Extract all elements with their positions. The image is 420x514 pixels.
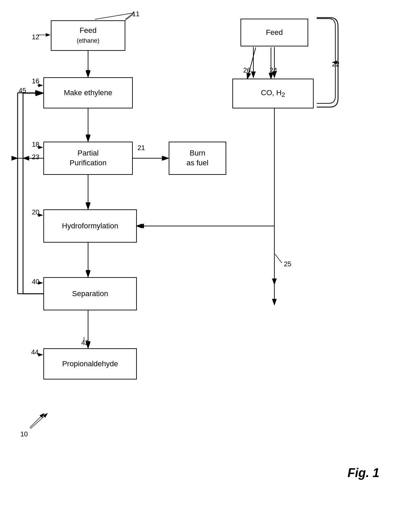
box-co-h2: CO, H2 — [232, 79, 314, 108]
svg-line-48 — [275, 254, 282, 263]
label-44: 44 — [31, 348, 39, 356]
separation-label: Separation — [72, 289, 108, 299]
fig-label: Fig. 1 — [348, 466, 379, 480]
box-partial-purification: PartialPurification — [43, 142, 133, 175]
label-42: 42 — [81, 339, 89, 347]
diagram-container: Feed(ethane) Make ethylene PartialPurifi… — [0, 0, 420, 514]
label-18: 18 — [32, 141, 39, 148]
propionaldehyde-label: Propionaldehyde — [62, 359, 118, 369]
box-feed-ethane: Feed(ethane) — [51, 20, 125, 51]
burn-as-fuel-label: Burnas fuel — [187, 148, 209, 168]
label-20: 20 — [32, 208, 39, 216]
label-40: 40 — [32, 278, 39, 286]
label-25: 25 — [284, 260, 291, 268]
label-16: 16 — [32, 77, 39, 85]
box-separation: Separation — [43, 277, 137, 310]
label-24: 24 — [270, 66, 277, 74]
label-26: 26 — [243, 66, 251, 74]
label-11: 11 — [132, 10, 140, 18]
feed-ethane-label: Feed(ethane) — [77, 26, 99, 45]
svg-line-23 — [95, 13, 134, 19]
partial-purification-label: PartialPurification — [70, 148, 107, 168]
make-ethylene-label: Make ethylene — [64, 88, 112, 98]
label-10: 10 — [20, 430, 28, 438]
hydroformylation-label: Hydroformylation — [62, 221, 118, 231]
svg-line-18 — [30, 413, 47, 429]
label-21: 21 — [138, 144, 145, 152]
co-h2-label: CO, H2 — [261, 88, 285, 99]
box-make-ethylene: Make ethylene — [43, 77, 133, 108]
box-burn-as-fuel: Burnas fuel — [169, 142, 226, 175]
svg-line-8 — [247, 47, 256, 79]
label-45: 45 — [19, 87, 26, 95]
label-23: 23 — [32, 153, 39, 161]
box-propionaldehyde: Propionaldehyde — [43, 348, 137, 379]
svg-line-45 — [30, 413, 44, 428]
box-feed-right: Feed — [240, 19, 308, 46]
label-22: 22 — [332, 60, 339, 68]
box-hydroformylation: Hydroformylation — [43, 209, 137, 243]
label-12: 12 — [32, 33, 39, 41]
feed-right-label: Feed — [266, 28, 283, 38]
